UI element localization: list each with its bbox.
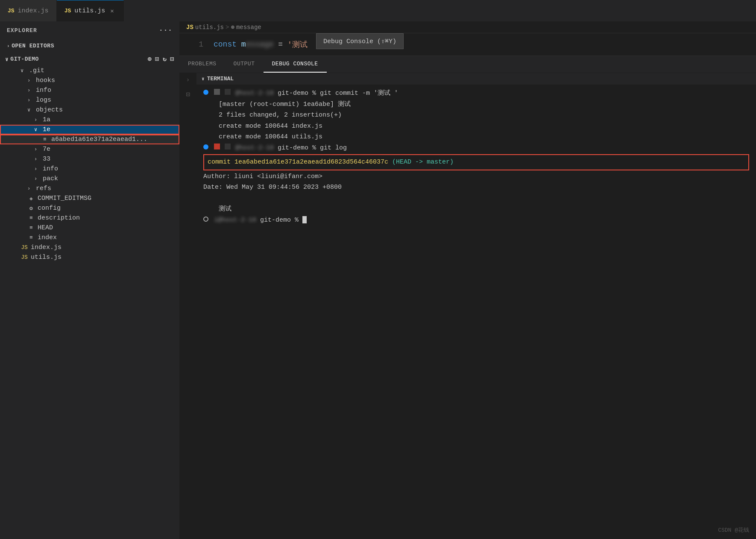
folder-label: 1a	[43, 116, 50, 123]
variable-message: message	[241, 40, 274, 49]
line-number: 1	[186, 40, 203, 49]
tree-item-description[interactable]: ≡ description	[0, 213, 179, 223]
git-demo-header[interactable]: ∨ GIT-DEMO ⊕ ⊡ ↻ ⊟	[0, 53, 179, 66]
code-area: 1 const message = '测试 Debug Console (⇧⌘Y…	[179, 33, 756, 56]
explorer-title: EXPLORER	[7, 27, 37, 34]
chevron-down-icon: ∨	[5, 56, 9, 63]
terminal-gutter: › ⊡	[179, 73, 196, 539]
chevron-right-icon: ›	[27, 88, 33, 94]
dot-blue-icon	[203, 90, 208, 95]
file-icon: ≡	[27, 215, 35, 221]
equals-sign: =	[278, 40, 283, 49]
folder-label: hooks	[36, 77, 55, 84]
folder-label: info	[43, 165, 58, 173]
tab-index-js[interactable]: JS index.js	[0, 0, 57, 21]
git-demo-left: ∨ GIT-DEMO	[5, 56, 39, 63]
js-icon: JS	[64, 8, 71, 14]
square-dark-icon	[225, 89, 231, 95]
panel-tabs: PROBLEMS OUTPUT DEBUG CONSOLE	[179, 56, 756, 73]
tree-item-logs[interactable]: › logs	[0, 95, 179, 105]
tab-utils-js[interactable]: JS utils.js ✕	[57, 0, 124, 21]
cursor-icon	[302, 216, 307, 223]
terminal-author: Author: liuni <liuni@ifanr.com>	[203, 171, 749, 182]
new-file-icon[interactable]: ⊕	[148, 55, 152, 63]
editor-area: JS utils.js > ⊛ message 1 const message …	[179, 21, 756, 539]
terminal-line-gitlog: @host-2-10 git-demo % git log	[203, 143, 749, 154]
folder-label: 7e	[43, 146, 50, 153]
tree-item-head[interactable]: ≡ HEAD	[0, 223, 179, 233]
dot-blue-icon	[203, 144, 208, 149]
tree-item-refs[interactable]: › refs	[0, 184, 179, 193]
tree-item-utils-js[interactable]: JS utils.js	[0, 252, 179, 262]
refresh-icon[interactable]: ↻	[163, 55, 167, 63]
tree-item-33[interactable]: › 33	[0, 154, 179, 164]
file-label: description	[38, 214, 80, 222]
tree-item-info[interactable]: › info	[0, 85, 179, 95]
tree-item-7e[interactable]: › 7e	[0, 144, 179, 154]
code-line-1: 1 const message = '测试	[179, 38, 756, 51]
chevron-right-icon: ›	[34, 146, 40, 152]
file-label: config	[38, 205, 61, 212]
final-prompt-text: git-demo %	[260, 217, 302, 224]
open-editors-section[interactable]: › OPEN EDITORS	[0, 39, 179, 53]
tab-debug-console[interactable]: DEBUG CONSOLE	[264, 56, 327, 73]
terminal-output-line4: create mode 100644 utils.js	[203, 132, 749, 143]
folder-label: refs	[36, 185, 51, 192]
tree-item-hooks[interactable]: › hooks	[0, 76, 179, 85]
breadcrumb-file: utils.js	[195, 24, 224, 31]
terminal-content[interactable]: @host-2-10 git-demo % git commit -m '测试 …	[196, 85, 756, 539]
commit-ref: (HEAD -> master)	[392, 158, 454, 166]
js-icon: JS	[186, 24, 193, 31]
chevron-right-icon: ›	[34, 166, 40, 172]
file-label: COMMIT_EDITMSG	[38, 195, 91, 202]
blurred-host2: @host-2-10	[235, 144, 274, 152]
terminal-gutter-icon[interactable]: ⊡	[186, 90, 190, 99]
folder-label: logs	[36, 97, 51, 104]
tree-item-dot-git[interactable]: ∨ .git	[0, 66, 179, 76]
file-icon: ≡	[27, 234, 35, 241]
string-value: '测试	[287, 39, 308, 50]
tree-item-index[interactable]: ≡ index	[0, 233, 179, 243]
breadcrumb: JS utils.js > ⊛ message	[179, 21, 756, 33]
tab-output[interactable]: OUTPUT	[225, 56, 264, 73]
chevron-right-icon: ›	[34, 156, 40, 162]
tree-item-commit-editmsg[interactable]: ◈ COMMIT_EDITMSG	[0, 193, 179, 203]
breadcrumb-symbol: message	[236, 24, 261, 31]
collapse-icon[interactable]: ⊟	[170, 55, 174, 63]
new-folder-icon[interactable]: ⊡	[155, 55, 159, 63]
git-demo-actions: ⊕ ⊡ ↻ ⊟	[148, 55, 174, 63]
folder-label: .git	[29, 67, 44, 74]
terminal-empty	[203, 193, 749, 204]
terminal-date: Date: Wed May 31 09:44:56 2023 +0800	[203, 182, 749, 193]
file-label: a6abed1a61e371a2eaead1...	[51, 136, 147, 143]
terminal-final-prompt: i@host-2-10 git-demo %	[203, 215, 749, 226]
sidebar-header-actions: ···	[159, 26, 173, 34]
square-icon	[214, 144, 220, 149]
ellipsis-icon[interactable]: ···	[159, 26, 173, 34]
chevron-right-icon[interactable]: ›	[186, 76, 190, 83]
tree-item-file-1e[interactable]: ≡ a6abed1a61e371a2eaead1...	[0, 135, 179, 144]
chevron-down-icon: ∨	[21, 67, 26, 74]
file-label: index	[38, 234, 57, 241]
file-icon: ≡	[41, 136, 49, 143]
tree-item-objects[interactable]: ∨ objects	[0, 105, 179, 115]
close-icon[interactable]: ✕	[108, 6, 115, 15]
tab-problems[interactable]: PROBLEMS	[179, 56, 225, 73]
terminal-output-line2: 2 files changed, 2 insertions(+)	[203, 110, 749, 121]
terminal-commit-msg: 测试	[203, 204, 749, 215]
tree-item-1e[interactable]: ∨ 1e	[0, 125, 179, 135]
chevron-down-icon: ∨	[34, 126, 40, 133]
sidebar: EXPLORER ··· › OPEN EDITORS ∨ GIT-DEMO ⊕…	[0, 21, 179, 539]
square-dark-icon	[225, 144, 231, 149]
tree-item-pack[interactable]: › pack	[0, 174, 179, 184]
folder-label: objects	[36, 106, 63, 114]
chevron-right-icon: ›	[27, 97, 33, 103]
repo-name: GIT-DEMO	[10, 56, 39, 62]
terminal-cmd2: git-demo % git log	[278, 144, 347, 152]
tree-item-index-js[interactable]: JS index.js	[0, 243, 179, 252]
tree-item-1a[interactable]: › 1a	[0, 115, 179, 125]
tree-item-info-sub[interactable]: › info	[0, 164, 179, 174]
terminal-output-line3: create mode 100644 index.js	[203, 121, 749, 132]
symbol-icon: ⊛	[231, 23, 234, 31]
tree-item-config[interactable]: ⚙ config	[0, 203, 179, 213]
